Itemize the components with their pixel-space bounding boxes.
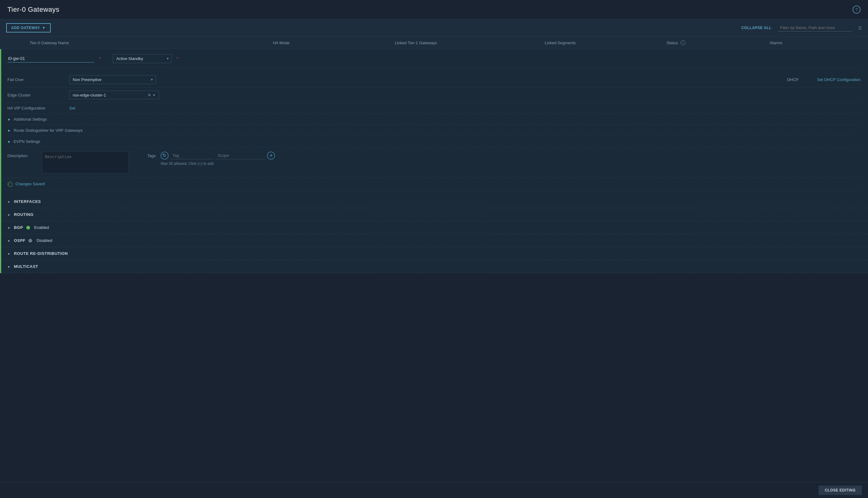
changes-saved-banner: ◯ ✓ Changes Saved! [8,178,860,190]
additional-settings-expand-icon: ► [8,117,11,121]
tags-row: + [160,152,275,160]
checkmark-icon: ✓ [8,182,11,186]
failover-row: Fail Over Non Preemptive Preemptive ▼ DH… [8,72,860,88]
interfaces-section[interactable]: ► INTERFACES [1,195,868,208]
edit-form: * Active Standby Active Active ▼ * Fail … [1,49,868,195]
multicast-label: MULTICAST [14,264,38,269]
status-info-icon[interactable]: i [681,40,685,45]
edge-cluster-text: nsx-edge-cluster-1 [73,93,147,97]
route-distinguisher-label: Route Distinguisher for VRF Gateways [14,128,82,133]
additional-settings-label: Additional Settings [14,117,47,121]
table-header: Tier-0 Gateway Name HA Mode Linked Tier-… [0,37,868,49]
route-redistribution-label: ROUTE RE-DISTRIBUTION [14,251,68,256]
description-section: Description [8,152,129,173]
collapse-all-button[interactable]: COLLAPSE ALL [741,26,772,30]
edge-cluster-input-wrap: nsx-edge-cluster-1 ✕ ▼ [69,91,159,99]
filter-input[interactable] [778,24,852,31]
failover-select[interactable]: Non Preemptive Preemptive [69,75,156,84]
ha-mode-select[interactable]: Active Standby Active Active [113,54,172,63]
add-tag-button[interactable]: + [267,152,275,160]
bgp-label: BGP [14,225,23,230]
routing-label: ROUTING [14,212,34,217]
changes-saved-text: Changes Saved! [15,182,45,186]
scope-input[interactable] [215,152,265,159]
bgp-chevron-icon: ► [8,226,11,230]
failover-label: Fail Over [8,77,69,82]
ha-vip-row: HA VIP Configuration Set [8,103,860,114]
close-editing-button[interactable]: CLOSE EDITING [818,486,862,495]
toolbar: ADD GATEWAY ▼ COLLAPSE ALL ☰ [0,19,868,37]
form-top-row: * Active Standby Active Active ▼ * [8,54,860,68]
tags-hint: Max 30 allowed. Click (+) to add. [160,161,275,166]
name-field-group: * [8,55,101,63]
multicast-section[interactable]: ► MULTICAST [1,260,868,273]
tags-input-area: + Max 30 allowed. Click (+) to add. [160,152,275,166]
ha-vip-label: HA VIP Configuration [8,106,69,110]
additional-settings-section[interactable]: ► Additional Settings [8,114,860,125]
gateway-name-input[interactable] [8,55,94,63]
filter-icon: ☰ [858,26,862,30]
help-icon[interactable]: ? [853,5,860,14]
description-input[interactable] [42,152,129,173]
ospf-status-dot [28,239,32,243]
desc-tags-row: Description Tags [8,147,860,178]
th-status: Status i [662,37,765,49]
th-ha-mode: HA Mode [268,37,390,49]
failover-dropdown-wrap: Non Preemptive Preemptive ▼ [69,75,156,84]
description-label: Description [8,152,38,158]
ospf-label: OSPF [14,238,25,243]
routing-section[interactable]: ► ROUTING [1,208,868,221]
add-gateway-button[interactable]: ADD GATEWAY ▼ [6,23,51,32]
gateway-row: * Active Standby Active Active ▼ * Fail … [0,49,868,273]
ha-mode-required-star: * [176,56,178,61]
interfaces-label: INTERFACES [14,199,41,204]
multicast-chevron-icon: ► [8,265,11,268]
svg-point-0 [163,154,164,155]
content-area: * Active Standby Active Active ▼ * Fail … [0,49,868,273]
ha-vip-set-link[interactable]: Set [69,106,76,110]
ospf-section[interactable]: ► OSPF Disabled [1,234,868,247]
route-distinguisher-expand-icon: ► [8,128,11,133]
evpn-settings-expand-icon: ► [8,140,11,144]
th-name: Tier-0 Gateway Name [25,37,268,49]
tags-label: Tags [147,152,156,158]
tags-section: Tags + [147,152,275,166]
ha-mode-dropdown-wrap: Active Standby Active Active ▼ [113,54,172,63]
th-linked-segments: Linked Segments [540,37,662,49]
edge-cluster-value: nsx-edge-cluster-1 ✕ ▼ [69,91,860,99]
page-title: Tier-0 Gateways [8,5,60,14]
interfaces-chevron-icon: ► [8,200,11,204]
tag-icon [160,152,169,160]
name-required-star: * [99,56,101,61]
edge-cluster-clear-icon[interactable]: ✕ [147,92,151,97]
ospf-status-text: Disabled [37,238,52,243]
ospf-chevron-icon: ► [8,239,11,243]
route-redistribution-chevron-icon: ► [8,252,11,255]
edge-cluster-label: Edge Cluster [8,93,69,97]
edge-cluster-chevron-icon[interactable]: ▼ [153,93,156,97]
tag-input[interactable] [170,152,214,159]
evpn-settings-section[interactable]: ► EVPN Settings [8,136,860,147]
failover-value: Non Preemptive Preemptive ▼ [69,75,787,84]
th-linked-tier1: Linked Tier-1 Gateways [390,37,540,49]
footer: CLOSE EDITING [0,482,868,498]
dhcp-section: DHCP Set DHCP Configuration [787,77,860,82]
page-header: Tier-0 Gateways ? [0,0,868,19]
bgp-status-dot [26,226,30,230]
chevron-down-icon: ▼ [42,26,46,30]
bgp-section[interactable]: ► BGP Enabled [1,221,868,234]
toolbar-right: COLLAPSE ALL ☰ [741,24,862,31]
route-redistribution-section[interactable]: ► ROUTE RE-DISTRIBUTION [1,247,868,260]
ha-mode-field-group: Active Standby Active Active ▼ * [113,54,178,63]
th-alarms: Alarms [765,37,868,49]
set-dhcp-link[interactable]: Set DHCP Configuration [817,77,860,82]
dhcp-label: DHCP [787,77,798,82]
th-expander [0,39,25,47]
ha-vip-value: Set [69,106,860,110]
edge-cluster-row: Edge Cluster nsx-edge-cluster-1 ✕ ▼ [8,88,860,103]
bgp-status-text: Enabled [34,225,49,230]
routing-chevron-icon: ► [8,213,11,217]
evpn-settings-label: EVPN Settings [14,139,40,144]
route-distinguisher-section[interactable]: ► Route Distinguisher for VRF Gateways [8,125,860,136]
